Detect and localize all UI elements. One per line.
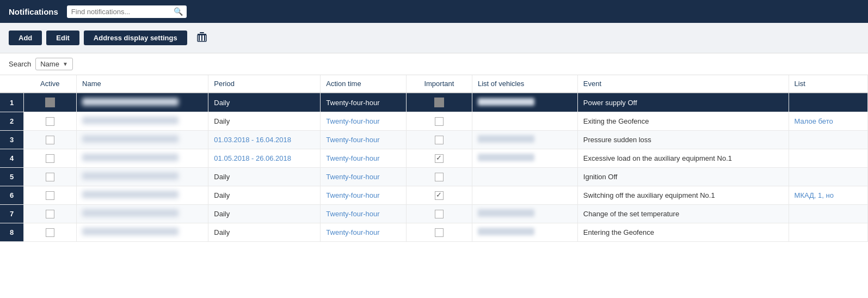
important-checkbox[interactable] <box>435 154 444 163</box>
active-checkbox[interactable] <box>46 210 54 218</box>
col-header-active[interactable]: Active <box>24 75 77 93</box>
top-search-input[interactable] <box>67 5 187 18</box>
trash-icon <box>196 31 208 42</box>
row-action-time: Twenty-four-hour <box>321 205 407 223</box>
top-search-wrap: 🔍 <box>67 5 187 18</box>
table-wrap: Active Name Period Action time Important… <box>0 75 868 242</box>
active-checkbox[interactable] <box>46 154 54 163</box>
chevron-down-icon: ▼ <box>63 61 68 67</box>
important-square <box>434 98 444 107</box>
row-name <box>77 205 208 223</box>
row-important[interactable] <box>406 93 472 112</box>
col-header-event[interactable]: Event <box>577 75 789 93</box>
active-checkbox[interactable] <box>46 136 54 144</box>
row-important[interactable] <box>406 112 472 131</box>
row-list: МКАД, 1, но <box>789 186 867 205</box>
important-checkbox[interactable] <box>435 228 444 237</box>
row-vehicles <box>472 205 577 223</box>
row-important[interactable] <box>406 168 472 186</box>
svg-rect-3 <box>201 35 202 41</box>
table-row[interactable]: 1DailyTwenty-four-hourPower supply Off <box>0 93 868 112</box>
row-num: 3 <box>0 131 24 149</box>
row-event: Power supply Off <box>577 93 789 112</box>
row-vehicles <box>472 93 577 112</box>
row-vehicles <box>472 149 577 168</box>
row-event: Entering the Geofence <box>577 223 789 242</box>
delete-button[interactable] <box>192 28 212 47</box>
active-checkbox[interactable] <box>46 191 54 200</box>
col-header-num <box>0 75 24 93</box>
row-active[interactable] <box>24 186 77 205</box>
row-important[interactable] <box>406 186 472 205</box>
row-active[interactable] <box>24 168 77 186</box>
important-checkbox[interactable] <box>435 136 444 144</box>
svg-rect-1 <box>200 32 204 33</box>
table-row[interactable]: 301.03.2018 - 16.04.2018Twenty-four-hour… <box>0 131 868 149</box>
row-vehicles <box>472 112 577 131</box>
add-button[interactable]: Add <box>9 31 42 45</box>
table-body: 1DailyTwenty-four-hourPower supply Off2D… <box>0 93 868 242</box>
row-action-time: Twenty-four-hour <box>321 168 407 186</box>
row-name <box>77 168 208 186</box>
table-row[interactable]: 401.05.2018 - 26.06.2018Twenty-four-hour… <box>0 149 868 168</box>
row-important[interactable] <box>406 223 472 242</box>
row-name <box>77 186 208 205</box>
edit-button[interactable]: Edit <box>46 31 79 45</box>
row-vehicles <box>472 168 577 186</box>
active-square <box>45 98 55 107</box>
important-checkbox[interactable] <box>435 191 444 200</box>
row-list <box>789 149 867 168</box>
row-list <box>789 131 867 149</box>
col-header-important[interactable]: Important <box>406 75 472 93</box>
table-row[interactable]: 6DailyTwenty-four-hourSwitching off the … <box>0 186 868 205</box>
svg-rect-4 <box>204 35 205 41</box>
row-event: Switching off the auxiliary equipment No… <box>577 186 789 205</box>
row-important[interactable] <box>406 131 472 149</box>
active-checkbox[interactable] <box>46 117 54 126</box>
row-active[interactable] <box>24 223 77 242</box>
row-list <box>789 223 867 242</box>
col-header-vehicles[interactable]: List of vehicles <box>472 75 577 93</box>
row-important[interactable] <box>406 149 472 168</box>
row-active[interactable] <box>24 93 77 112</box>
row-event: Ignition Off <box>577 168 789 186</box>
toolbar: Add Edit Address display settings <box>0 23 868 53</box>
row-num: 5 <box>0 168 24 186</box>
row-vehicles <box>472 131 577 149</box>
row-action-time: Twenty-four-hour <box>321 223 407 242</box>
row-event: Pressure sudden loss <box>577 131 789 149</box>
row-action-time: Twenty-four-hour <box>321 93 407 112</box>
top-bar: Notifications 🔍 <box>0 0 868 23</box>
row-num: 2 <box>0 112 24 131</box>
row-active[interactable] <box>24 205 77 223</box>
col-header-name[interactable]: Name <box>77 75 208 93</box>
col-header-action-time[interactable]: Action time <box>321 75 407 93</box>
table-row[interactable]: 5DailyTwenty-four-hourIgnition Off <box>0 168 868 186</box>
row-list <box>789 93 867 112</box>
active-checkbox[interactable] <box>46 228 54 237</box>
table-row[interactable]: 7DailyTwenty-four-hourChange of the set … <box>0 205 868 223</box>
important-checkbox[interactable] <box>435 210 444 218</box>
row-num: 4 <box>0 149 24 168</box>
active-checkbox[interactable] <box>46 173 54 181</box>
search-dropdown[interactable]: Name ▼ <box>35 58 73 70</box>
row-important[interactable] <box>406 205 472 223</box>
search-dropdown-value: Name <box>40 60 59 68</box>
svg-rect-2 <box>199 35 200 41</box>
row-active[interactable] <box>24 112 77 131</box>
row-event: Change of the set temperature <box>577 205 789 223</box>
row-list <box>789 205 867 223</box>
important-checkbox[interactable] <box>435 173 444 181</box>
row-action-time: Twenty-four-hour <box>321 149 407 168</box>
row-action-time: Twenty-four-hour <box>321 186 407 205</box>
important-checkbox[interactable] <box>435 117 444 126</box>
row-name <box>77 93 208 112</box>
table-row[interactable]: 8DailyTwenty-four-hourEntering the Geofe… <box>0 223 868 242</box>
row-active[interactable] <box>24 149 77 168</box>
row-active[interactable] <box>24 131 77 149</box>
col-header-list[interactable]: List <box>789 75 867 93</box>
table-row[interactable]: 2DailyTwenty-four-hourExiting the Geofen… <box>0 112 868 131</box>
col-header-period[interactable]: Period <box>208 75 321 93</box>
row-period: Daily <box>208 112 321 131</box>
address-display-settings-button[interactable]: Address display settings <box>84 31 187 45</box>
